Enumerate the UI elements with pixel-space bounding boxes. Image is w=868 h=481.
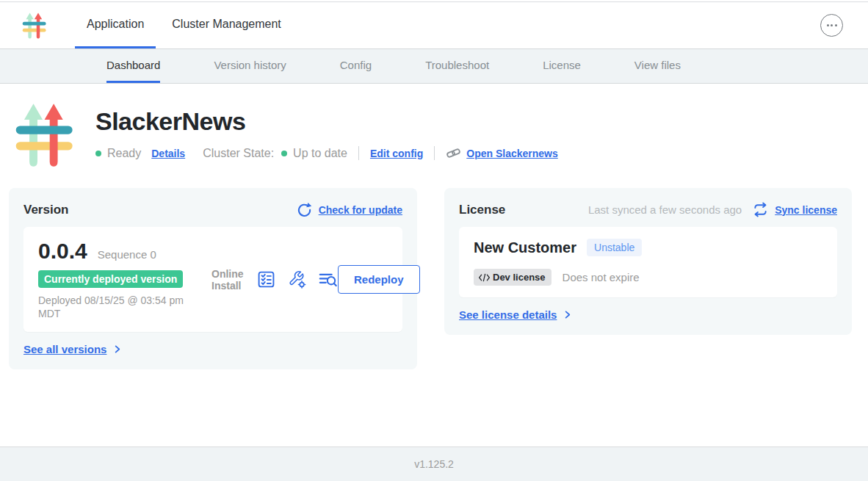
app-icon xyxy=(15,101,75,169)
cluster-state-value: Up to date xyxy=(293,147,347,160)
dashboard-cards: Version Check for update 0.0.4 Sequence … xyxy=(0,188,868,369)
console-footer: v1.125.2 xyxy=(0,446,868,481)
ellipsis-dot xyxy=(827,24,829,26)
details-link[interactable]: Details xyxy=(151,148,185,159)
nav-tab-label: Application xyxy=(87,18,144,31)
license-type-label: Dev license xyxy=(493,272,546,283)
divider xyxy=(358,146,359,160)
tab-config[interactable]: Config xyxy=(340,49,372,83)
app-status-row: Ready Details Cluster State: Up to date … xyxy=(95,145,558,161)
license-card: License Last synced a few seconds ago Sy… xyxy=(444,188,852,335)
console-logo[interactable] xyxy=(22,12,47,40)
nav-tab-label: Cluster Management xyxy=(172,18,281,31)
license-expiration: Does not expire xyxy=(563,271,640,283)
tab-license[interactable]: License xyxy=(543,49,581,83)
cluster-state-label: Cluster State: xyxy=(203,147,274,160)
brand-arrows-icon xyxy=(15,101,75,169)
sync-arrows-icon xyxy=(753,202,768,217)
check-for-update-label: Check for update xyxy=(319,204,402,216)
see-all-versions-link[interactable]: See all versions xyxy=(23,343,123,355)
more-menu-button[interactable] xyxy=(820,14,843,37)
app-status-text: Ready xyxy=(107,147,141,160)
version-action-icons xyxy=(256,270,338,289)
ellipsis-dot xyxy=(831,24,833,26)
deployed-timestamp: Deployed 08/15/25 @ 03:54 pm MDT xyxy=(38,294,189,320)
install-type-label: Online Install xyxy=(211,268,247,292)
app-sub-nav: Dashboard Version history Config Trouble… xyxy=(0,49,868,84)
see-license-details-label: See license details xyxy=(459,308,557,321)
ellipsis-dot xyxy=(835,24,837,26)
nav-tab-application[interactable]: Application xyxy=(75,2,156,48)
link-chain-icon xyxy=(446,145,461,161)
chevron-right-icon xyxy=(562,309,573,320)
current-version-panel: 0.0.4 Sequence 0 Currently deployed vers… xyxy=(23,227,402,332)
license-card-title: License xyxy=(459,203,505,217)
cluster-state-dot xyxy=(281,151,287,156)
see-license-details-link[interactable]: See license details xyxy=(459,308,573,321)
edit-config-link[interactable]: Edit config xyxy=(370,148,423,159)
nav-tab-cluster-management[interactable]: Cluster Management xyxy=(160,2,293,48)
tab-dashboard[interactable]: Dashboard xyxy=(106,49,160,83)
channel-badge: Unstable xyxy=(587,239,642,256)
license-panel: New Customer Unstable Dev license Does n… xyxy=(459,227,837,297)
open-app-link[interactable]: Open Slackernews xyxy=(446,145,558,161)
see-all-versions-label: See all versions xyxy=(23,343,106,355)
version-number: 0.0.4 xyxy=(38,239,87,264)
chevron-right-icon xyxy=(112,344,123,355)
license-type-badge: Dev license xyxy=(474,269,551,286)
app-header: SlackerNews Ready Details Cluster State:… xyxy=(0,101,868,169)
customer-name: New Customer xyxy=(474,239,576,256)
open-app-link-label: Open Slackernews xyxy=(466,148,558,159)
sync-license-link[interactable]: Sync license xyxy=(753,202,837,217)
config-wrench-icon[interactable] xyxy=(287,270,307,289)
divider xyxy=(434,146,435,160)
last-synced-text: Last synced a few seconds ago xyxy=(588,203,742,216)
app-status-dot xyxy=(95,151,101,156)
sequence-label: Sequence 0 xyxy=(98,248,156,261)
top-nav: Application Cluster Management xyxy=(0,2,868,49)
tab-view-files[interactable]: View files xyxy=(634,49,681,83)
tab-version-history[interactable]: Version history xyxy=(214,49,286,83)
refresh-icon xyxy=(297,202,312,217)
brand-arrows-icon xyxy=(22,12,47,40)
sync-license-label: Sync license xyxy=(775,204,837,216)
check-for-update-link[interactable]: Check for update xyxy=(297,202,402,217)
dashboard-main: SlackerNews Ready Details Cluster State:… xyxy=(0,84,868,369)
console-version: v1.125.2 xyxy=(414,458,454,470)
version-card-title: Version xyxy=(23,203,68,217)
tab-troubleshoot[interactable]: Troubleshoot xyxy=(425,49,489,83)
redeploy-button[interactable]: Redeploy xyxy=(338,265,420,294)
code-icon xyxy=(478,273,491,282)
page-title: SlackerNews xyxy=(95,107,558,136)
deployed-status-badge: Currently deployed version xyxy=(38,270,183,288)
preflight-checklist-icon[interactable] xyxy=(256,270,276,289)
version-card: Version Check for update 0.0.4 Sequence … xyxy=(9,188,417,369)
view-logs-icon[interactable] xyxy=(318,270,338,289)
